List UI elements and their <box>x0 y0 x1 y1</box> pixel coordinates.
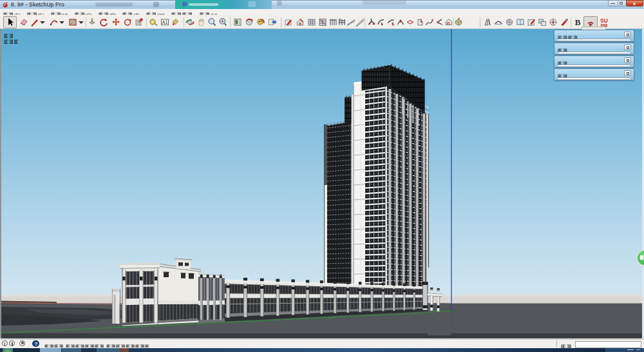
svg-text:A1: A1 <box>162 20 168 24</box>
svg-text:B: B <box>575 17 581 27</box>
